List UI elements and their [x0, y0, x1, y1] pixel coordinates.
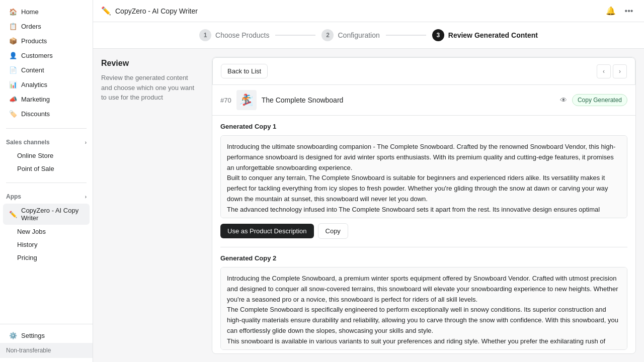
sidebar-item-copyzero[interactable]: ✏️ CopyZero - AI Copy Writer [3, 204, 90, 225]
apps-label: Apps [6, 193, 21, 200]
left-panel: Review Review the generated content and … [93, 49, 204, 362]
sidebar-item-label: Products [21, 37, 47, 45]
sidebar-item-analytics[interactable]: 📊 Analytics [3, 77, 90, 92]
copy-1-text: Introducing the ultimate snowboarding co… [220, 135, 627, 218]
settings-icon: ⚙️ [9, 332, 17, 339]
sales-channels-label: Sales channels [6, 139, 50, 146]
copy-section-2-wrapper: Generated Copy 2 Introducing the Complet… [212, 247, 635, 354]
point-of-sale-label: Point of Sale [17, 165, 54, 172]
step-label-3: Review Generated Content [448, 31, 538, 39]
sidebar-item-marketing[interactable]: 📣 Marketing [3, 92, 90, 106]
app-icon: ✏️ [101, 6, 111, 16]
sidebar-item-label: Discounts [21, 110, 50, 118]
step-circle-1: 1 [199, 29, 211, 41]
sidebar-divider-1 [6, 128, 87, 129]
right-panel: Back to List ‹ › #70 🏂 The Complete Snow… [204, 49, 644, 362]
copyzero-icon: ✏️ [9, 210, 17, 218]
sidebar-divider-2 [6, 183, 87, 183]
pricing-label: Pricing [17, 254, 37, 261]
panel-description: Review the generated content and choose … [101, 73, 196, 103]
topbar-right: 🔔 ••• [604, 4, 636, 18]
products-icon: 📦 [9, 37, 17, 45]
non-transferable-item[interactable]: Non-transferable [0, 343, 93, 358]
sidebar-item-label: Content [21, 66, 44, 74]
copy-2-container: Generated Copy 2 Introducing the Complet… [220, 247, 627, 354]
content-icon: 📄 [9, 66, 17, 74]
step-1[interactable]: 1 Choose Products [199, 29, 269, 41]
apps-header[interactable]: Apps › [0, 190, 93, 203]
main-content: ✏️ CopyZero - AI Copy Writer 🔔 ••• 1 Cho… [93, 0, 644, 362]
step-3[interactable]: 3 Review Generated Content [432, 29, 538, 41]
prev-button[interactable]: ‹ [597, 64, 611, 78]
step-circle-3: 3 [432, 29, 444, 41]
sidebar-item-label: Marketing [21, 96, 50, 103]
back-to-list-button[interactable]: Back to List [221, 64, 268, 78]
step-2[interactable]: 2 Configuration [321, 29, 379, 41]
sidebar-item-online-store[interactable]: Online Store [3, 149, 90, 162]
discounts-icon: 🏷️ [9, 110, 17, 118]
sidebar-item-pricing[interactable]: Pricing [3, 251, 90, 264]
steps-bar: 1 Choose Products 2 Configuration 3 Revi… [93, 22, 644, 49]
step-circle-2: 2 [321, 29, 334, 41]
topbar: ✏️ CopyZero - AI Copy Writer 🔔 ••• [93, 0, 644, 22]
use-as-product-description-1-button[interactable]: Use as Product Description [220, 224, 314, 238]
copy-1-button[interactable]: Copy [318, 223, 348, 239]
product-header: Back to List ‹ › [212, 57, 635, 85]
copyzero-label: CopyZero - AI Copy Writer [21, 207, 84, 222]
sidebar-item-customers[interactable]: 👤 Customers [3, 48, 90, 62]
home-icon: 🏠 [9, 8, 17, 16]
settings-item[interactable]: ⚙️ Settings [3, 329, 90, 342]
sidebar-item-history[interactable]: History [3, 238, 90, 251]
sidebar-item-label: Home [21, 8, 39, 16]
product-info-row: #70 🏂 The Complete Snowboard 👁 Copy Gene… [212, 85, 635, 116]
customers-icon: 👤 [9, 51, 17, 59]
step-label-1: Choose Products [215, 31, 269, 39]
new-jobs-label: New Jobs [17, 228, 46, 235]
snowboard-icon: 🏂 [239, 94, 253, 107]
step-connector-2 [386, 35, 426, 36]
bell-icon[interactable]: 🔔 [604, 4, 618, 18]
orders-icon: 📋 [9, 22, 17, 30]
sales-channels-header[interactable]: Sales channels › [0, 136, 93, 149]
step-connector-1 [275, 35, 315, 36]
topbar-left: ✏️ CopyZero - AI Copy Writer [101, 6, 198, 16]
product-navigation: ‹ › [597, 64, 627, 78]
product-card: Back to List ‹ › #70 🏂 The Complete Snow… [212, 57, 636, 354]
online-store-label: Online Store [17, 152, 53, 159]
sidebar-item-content[interactable]: 📄 Content [3, 63, 90, 77]
sidebar-item-discounts[interactable]: 🏷️ Discounts [3, 107, 90, 121]
content-area: Review Review the generated content and … [93, 49, 644, 362]
next-button[interactable]: › [613, 64, 627, 78]
product-thumbnail: 🏂 [236, 90, 257, 110]
sidebar-item-orders[interactable]: 📋 Orders [3, 19, 90, 33]
history-label: History [17, 241, 37, 248]
step-label-2: Configuration [338, 31, 379, 39]
copy-1-content: Introducing the ultimate snowboarding co… [227, 143, 615, 218]
analytics-icon: 📊 [9, 80, 17, 88]
chevron-right-icon: › [85, 140, 87, 145]
sidebar-item-home[interactable]: 🏠 Home [3, 5, 90, 19]
sidebar: 🏠 Home 📋 Orders 📦 Products 👤 Customers 📄… [0, 0, 93, 362]
copy-2-text: Introducing the Complete Snowboard, a pr… [220, 267, 627, 350]
eye-icon[interactable]: 👁 [560, 96, 567, 104]
sidebar-item-products[interactable]: 📦 Products [3, 34, 90, 48]
chevron-right-icon-2: › [85, 194, 87, 200]
app-title: CopyZero - AI Copy Writer [115, 7, 198, 15]
copy-2-content: Introducing the Complete Snowboard, a pr… [227, 275, 618, 350]
copy-generated-badge: Copy Generated [572, 94, 627, 106]
copy-2-label: Generated Copy 2 [220, 254, 627, 262]
sidebar-item-new-jobs[interactable]: New Jobs [3, 225, 90, 238]
sidebar-item-label: Orders [21, 23, 41, 30]
sidebar-bottom: ⚙️ Settings Non-transferable [0, 324, 93, 362]
product-number: #70 [220, 97, 231, 104]
sidebar-item-point-of-sale[interactable]: Point of Sale [3, 162, 90, 175]
marketing-icon: 📣 [9, 95, 17, 103]
non-transferable-label: Non-transferable [6, 347, 51, 354]
copy-section-1-wrapper: Generated Copy 1 Introducing the ultimat… [212, 116, 635, 247]
settings-label: Settings [21, 332, 45, 339]
product-name: The Complete Snowboard [262, 96, 555, 104]
copy-1-actions: Use as Product Description Copy [220, 223, 627, 239]
more-icon[interactable]: ••• [622, 4, 636, 18]
sidebar-item-label: Analytics [21, 81, 47, 88]
copy-1-container: Generated Copy 1 Introducing the ultimat… [220, 116, 627, 239]
